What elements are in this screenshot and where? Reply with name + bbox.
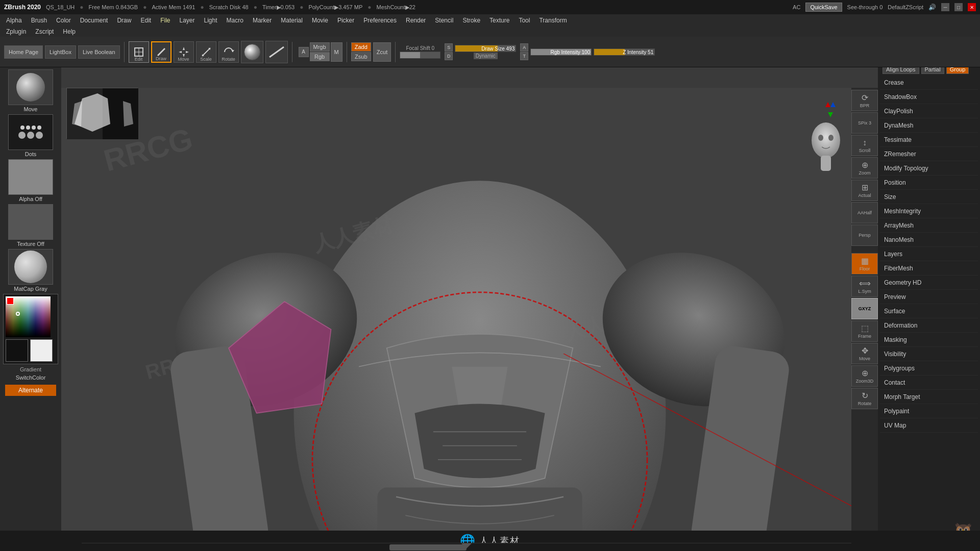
d-btn[interactable]: D: [445, 52, 453, 60]
quicksave-button[interactable]: QuickSave: [805, 3, 842, 12]
polygroups-item[interactable]: Polygroups: [880, 361, 978, 375]
menu-zplugin[interactable]: Zplugin: [2, 27, 30, 36]
modify-topology-item[interactable]: Modify Topology: [880, 161, 978, 176]
draw-tool-btn[interactable]: Draw: [151, 41, 172, 63]
uv-map-item[interactable]: UV Map: [880, 418, 978, 433]
a-btn2[interactable]: A: [520, 43, 528, 52]
rgb-intensity-track[interactable]: Rgb Intensity 100: [530, 48, 592, 56]
brush-preview[interactable]: [241, 41, 263, 63]
alpha-item[interactable]: Alpha Off: [5, 159, 56, 202]
masking-item[interactable]: Masking: [880, 333, 978, 347]
menu-texture[interactable]: Texture: [485, 16, 513, 25]
s-btn[interactable]: S: [445, 43, 453, 52]
move-3d-btn[interactable]: ✥ Move: [851, 343, 878, 364]
a-mode-btn[interactable]: A: [299, 47, 309, 57]
menu-edit[interactable]: Edit: [136, 16, 155, 25]
t-btn[interactable]: T: [520, 52, 528, 60]
rotate-3d-btn[interactable]: ↻ Rotate: [851, 388, 878, 409]
menu-stroke[interactable]: Stroke: [458, 16, 484, 25]
actual-btn[interactable]: ⊞ Actual: [851, 180, 878, 201]
menu-draw[interactable]: Draw: [113, 16, 135, 25]
menu-brush[interactable]: Brush: [27, 16, 51, 25]
zadd-btn[interactable]: Zadd: [351, 42, 371, 52]
menu-movie[interactable]: Movie: [308, 16, 332, 25]
spix-btn[interactable]: SPix 3: [851, 112, 878, 134]
secondary-color-swatch[interactable]: [30, 339, 53, 362]
maximize-button[interactable]: □: [954, 3, 963, 11]
scale-tool-btn[interactable]: Scale: [196, 41, 216, 63]
rgb-btn[interactable]: Rgb: [310, 52, 330, 61]
alternate-button[interactable]: Alternate: [5, 385, 56, 396]
menu-alpha[interactable]: Alpha: [2, 16, 26, 25]
polypaint-item[interactable]: Polypaint: [880, 404, 978, 418]
menu-preferences[interactable]: Preferences: [359, 16, 401, 25]
rotate-tool-btn[interactable]: Rotate: [218, 41, 239, 63]
menu-light[interactable]: Light: [200, 16, 222, 25]
position-item[interactable]: Position: [880, 176, 978, 190]
tessimate-item[interactable]: Tessimate: [880, 133, 978, 147]
layers-item[interactable]: Layers: [880, 247, 978, 261]
menu-render[interactable]: Render: [402, 16, 430, 25]
arraymesh-item[interactable]: ArrayMesh: [880, 218, 978, 233]
morph-target-item[interactable]: Morph Target: [880, 390, 978, 404]
focal-shift-track[interactable]: [400, 52, 440, 59]
mrgb-btn[interactable]: Mrgb: [310, 42, 330, 52]
stroke-preview[interactable]: [265, 41, 288, 63]
edit-tool-btn[interactable]: Edit: [129, 41, 149, 63]
m-btn[interactable]: M: [331, 42, 342, 62]
crease-item[interactable]: Crease: [880, 76, 978, 90]
zcut-btn[interactable]: Zcut: [373, 42, 391, 62]
surface-item[interactable]: Surface: [880, 304, 978, 318]
gxyz-btn[interactable]: GXYZ: [851, 298, 878, 319]
contact-item[interactable]: Contact: [880, 375, 978, 390]
menu-tool[interactable]: Tool: [514, 16, 534, 25]
zoom3d-btn[interactable]: ⊕ Zoom3D: [851, 365, 878, 387]
menu-material[interactable]: Material: [277, 16, 307, 25]
claypolish-item[interactable]: ClayPolish: [880, 104, 978, 118]
main-viewport[interactable]: RRCG 人人素材 RRCG 人人素材: [61, 88, 898, 531]
color-picker[interactable]: [3, 294, 58, 364]
switch-color-label[interactable]: SwitchColor: [16, 374, 46, 381]
frame-btn[interactable]: ⬚ Frame: [851, 320, 878, 342]
size-item[interactable]: Size: [880, 190, 978, 204]
matcap-item[interactable]: MatCap Gray: [5, 249, 56, 292]
menu-zscript[interactable]: Zscript: [31, 27, 58, 36]
home-page-button[interactable]: Home Page: [4, 45, 43, 59]
scrollbar-area[interactable]: [82, 543, 851, 551]
preview-item[interactable]: Preview: [880, 290, 978, 304]
menu-macro[interactable]: Macro: [223, 16, 248, 25]
fibermesh-item[interactable]: FiberMesh: [880, 261, 978, 276]
lightbox-button[interactable]: LightBox: [45, 45, 76, 59]
menu-picker[interactable]: Picker: [333, 16, 358, 25]
persp-btn[interactable]: Persp: [851, 224, 878, 246]
z-intensity-track[interactable]: Z Intensity 51: [594, 48, 655, 56]
menu-file[interactable]: File: [156, 16, 174, 25]
menu-layer[interactable]: Layer: [176, 16, 199, 25]
scrollbar-thumb[interactable]: [389, 544, 467, 550]
floor-btn[interactable]: ▦ Floor: [851, 253, 878, 274]
close-button[interactable]: ✕: [968, 3, 976, 11]
thumbnail-preview[interactable]: [66, 88, 138, 139]
dynamesh-item[interactable]: DynaMesh: [880, 118, 978, 133]
menu-marker[interactable]: Marker: [249, 16, 276, 25]
live-boolean-button[interactable]: Live Boolean: [78, 45, 120, 59]
brush-item[interactable]: Move: [5, 69, 56, 112]
menu-color[interactable]: Color: [52, 16, 75, 25]
texture-item[interactable]: Texture Off: [5, 204, 56, 247]
deformation-item[interactable]: Deformation: [880, 318, 978, 333]
zoom-btn[interactable]: ⊕ Zoom: [851, 157, 878, 179]
dots-item[interactable]: Dots: [5, 114, 56, 157]
scroll-btn[interactable]: ↕ Scroll: [851, 135, 878, 156]
zsub-btn[interactable]: Zsub: [351, 52, 371, 61]
minimize-button[interactable]: ─: [941, 3, 949, 11]
draw-size-track[interactable]: Draw Size 493: [455, 45, 516, 52]
zremesher-item[interactable]: ZRemesher: [880, 147, 978, 161]
lsym-btn[interactable]: ⟺ L.Sym: [851, 276, 878, 297]
geometry-hd-item[interactable]: Geometry HD: [880, 276, 978, 290]
shadowbox-item[interactable]: ShadowBox: [880, 90, 978, 104]
primary-color-swatch[interactable]: [6, 339, 28, 362]
color-gradient[interactable]: [6, 296, 51, 337]
menu-stencil[interactable]: Stencil: [431, 16, 457, 25]
menu-help[interactable]: Help: [59, 27, 80, 36]
visibility-item[interactable]: Visibility: [880, 347, 978, 361]
